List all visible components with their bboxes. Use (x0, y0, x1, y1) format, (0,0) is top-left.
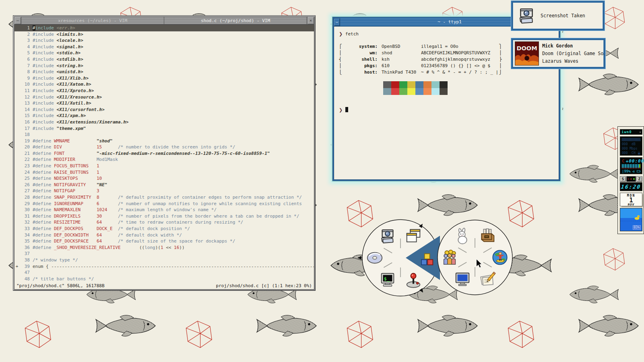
fetch-output: ⎧system:OpenBSDillegal1 = O0o⎫⎪wm:shodAB… (339, 43, 498, 76)
tab-shod-c[interactable]: shod.c (~/proj/shod) - VIM (164, 16, 307, 25)
calendar-month: NOV (620, 203, 642, 206)
battery-widget[interactable]: C +00:00 |99% (620, 157, 642, 174)
clock-widget[interactable]: 16:20 (620, 182, 642, 191)
palette-swatch (399, 88, 407, 95)
code-line: 34#define DEF_DOCKWIDTH 64 /* default do… (14, 232, 314, 239)
code-line: 4#include <signal.h> (14, 44, 314, 50)
code-line: 31#define DROPPIXELS 30 /* number of pix… (14, 213, 314, 220)
palette-swatch (383, 88, 391, 95)
calendar-widget[interactable]: MON 1 NOV (620, 193, 642, 206)
pie-item-users[interactable] (441, 248, 459, 267)
notification-text: Screenshot Taken (541, 13, 585, 19)
fetch-row: ⎪wm:shodABCDEFGHIJKLMNOPQRSTUVWXYZ⎪ (339, 50, 498, 56)
code-line: 37 (14, 251, 314, 257)
code-line: 14#include <X11/cursorfont.h> (14, 107, 314, 113)
clock-time: 16:20 (621, 184, 641, 190)
album-art: DOOM (515, 41, 539, 66)
palette-swatch (423, 88, 431, 95)
pie-item-windows[interactable] (404, 227, 423, 245)
prompt-icon: ❯ (339, 107, 343, 113)
code-line: 3#include <locale.h> (14, 37, 314, 44)
code-line: 13#include <X11/Xutil.h> (14, 100, 314, 107)
palette-swatch (440, 88, 448, 95)
prompt-line: ❯ fetch (339, 31, 359, 37)
wifi-mbps-row: 000 Mbps (622, 146, 640, 151)
code-line: 8#include <unistd.h> (14, 69, 314, 75)
camera-icon (516, 6, 537, 26)
pie-item-cabinet[interactable] (478, 227, 497, 245)
cabinet-icon (478, 227, 497, 245)
sleep-button[interactable]: Z (636, 176, 642, 182)
code-line: 5#include <stdio.h> (14, 50, 314, 56)
pie-item-terminal[interactable] (378, 271, 397, 289)
minimize-button[interactable]: – (14, 16, 21, 25)
pie-item-notes[interactable] (478, 270, 497, 288)
code-line: 28#define SNAP_PROXIMITY 8 /* default pr… (14, 194, 314, 201)
code-line: 6#include <stdlib.h> (14, 56, 314, 63)
lock-icon (638, 152, 640, 155)
wifi-monitor-widget[interactable]: 000 dB 000 Mbps 000 CH (620, 136, 642, 156)
prompt-line-current[interactable]: ❯ (339, 107, 348, 113)
music-artist: Mick Gordon (542, 42, 604, 50)
pie-item-monitor[interactable] (453, 270, 472, 288)
palette-swatch (415, 88, 423, 95)
vim-editor-area[interactable]: 1#include <err.h> 2#include <limits.h> 3… (14, 25, 314, 290)
palette-swatch (391, 81, 399, 88)
mouse-cursor (476, 259, 483, 269)
palette-swatch (383, 81, 391, 88)
blocks-icon (417, 250, 436, 269)
palette-swatch (391, 88, 399, 95)
pie-item-disc[interactable] (365, 249, 384, 267)
window-side-mark: ~ (560, 107, 565, 110)
pie-item-camera[interactable] (378, 227, 397, 245)
wifi-db-row: 000 dB (622, 142, 640, 146)
monitor-icon (453, 270, 472, 288)
vim-status-file: "proj/shod/shod.c" 5806L, 161788B (17, 282, 105, 290)
code-line: 29#define IGNOREUNMAP 6 /* number of unm… (14, 201, 314, 207)
water-line (620, 221, 642, 221)
pie-item-joystick[interactable] (404, 271, 423, 289)
window-side-mark: ~ (560, 30, 565, 33)
wifi-interface-label[interactable]: iwn0 (620, 129, 642, 135)
pie-item-blocks[interactable] (417, 250, 436, 269)
code-area[interactable]: 1#include <err.h> 2#include <limits.h> 3… (14, 25, 314, 282)
code-line: 11#include <X11/Xproto.h> (14, 88, 314, 94)
led-indicator-panel (626, 176, 636, 182)
joystick-icon (404, 271, 423, 289)
plug-icon (632, 170, 636, 173)
svg-text:DOOM: DOOM (516, 45, 537, 51)
tab-xresources[interactable]: xresources (~/rules) - VIM (21, 16, 164, 25)
duck-pond-widget[interactable]: 03% (620, 208, 642, 231)
notification-now-playing[interactable]: DOOM Mick Gordon Doom (Original Game So…… (511, 38, 605, 69)
terminal-color-palette (383, 81, 448, 95)
pie-item-globe[interactable] (491, 248, 509, 267)
battery-percent: |99% (622, 169, 631, 173)
wifi-signal-graph (622, 138, 640, 141)
close-icon[interactable]: ✕ (307, 16, 314, 25)
minimize-button[interactable]: – (334, 18, 340, 26)
pie-item-bunny[interactable] (453, 227, 472, 245)
code-line: 38/* window type */ (14, 257, 314, 263)
command-text: fetch (345, 31, 359, 37)
sound-button[interactable]: S (620, 176, 626, 182)
fetch-row: ⎪pkgs:6100123456789 () {} [] <> @ $⎪ (339, 63, 498, 69)
palette-swatch (415, 81, 423, 88)
dock-button-row: S Z (620, 176, 642, 182)
notification-screenshot[interactable]: Screenshot Taken (511, 1, 605, 31)
palette-swatch (407, 88, 415, 95)
windows-icon (404, 227, 423, 245)
music-track: Lazarus Waves (542, 58, 604, 65)
led-red-dim (627, 178, 629, 180)
terminal-icon (378, 271, 397, 289)
fetch-row: ⎧system:OpenBSDillegal1 = O0o⎫ (339, 43, 498, 50)
palette-swatch (399, 81, 407, 88)
code-line: 2#include <limits.h> (14, 31, 314, 38)
code-line: +39enum { ------------------------------… (14, 263, 314, 270)
vim-window: – xresources (~/rules) - VIM shod.c (~/p… (13, 15, 316, 291)
code-line: 36#define _SHOD_MOVERESIZE_RELATIVE ((lo… (14, 245, 314, 251)
vim-statusline: "proj/shod/shod.c" 5806L, 161788B proj/s… (14, 282, 314, 290)
code-line: 22#define MODIFIER Mod1Mask (14, 156, 314, 163)
camera-icon (378, 227, 397, 245)
battery-meter (622, 164, 640, 169)
vim-titlebar[interactable]: – xresources (~/rules) - VIM shod.c (~/p… (14, 16, 314, 25)
